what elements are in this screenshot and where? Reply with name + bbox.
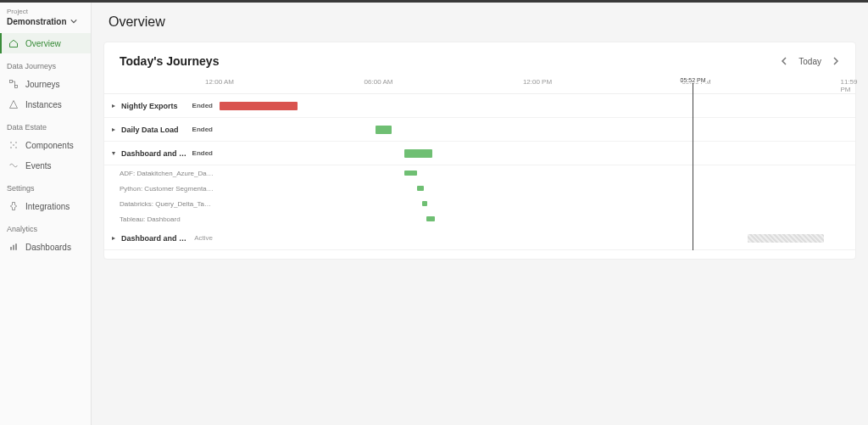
journey-row[interactable]: ADF: Datakitchen_Azure_Data_Facto… [104,165,855,181]
expander-icon[interactable]: ▸ [109,126,118,133]
journey-bar[interactable] [376,126,392,134]
nav-label: Instances [25,100,62,109]
journey-name: Tableau: Dashboard [120,215,214,223]
next-day-button[interactable] [832,57,840,65]
svg-point-2 [10,142,12,143]
svg-point-4 [10,147,12,148]
events-icon [8,160,19,171]
project-name: Demonstration [7,17,67,26]
journey-name: Dashboard and Mode… [121,149,189,158]
nav-dashboards[interactable]: Dashboards [0,237,91,257]
journey-bar[interactable] [404,171,417,176]
page-title: Overview [92,3,868,42]
card-title: Today's Journeys [120,54,219,68]
svg-rect-0 [10,81,13,83]
journey-bar[interactable] [404,149,432,158]
nav-integrations[interactable]: Integrations [0,196,91,216]
instances-icon [8,99,19,109]
svg-point-5 [15,147,17,148]
journey-bar[interactable] [220,102,298,110]
svg-point-3 [15,142,17,143]
expander-icon[interactable]: ▾ [109,149,118,157]
journey-name: ADF: Datakitchen_Azure_Data_Facto… [120,170,214,177]
journey-row[interactable]: Databricks: Query_Delta_Table_Note… [104,196,855,211]
section-analytics: Analytics [0,216,91,237]
nav-journeys[interactable]: Journeys [0,74,91,94]
section-data-journeys: Data Journeys [0,53,91,74]
prev-day-button[interactable] [780,57,788,65]
journey-bar[interactable] [748,234,824,243]
home-icon [8,38,19,48]
date-nav: Today [780,57,840,66]
journey-row[interactable]: Python: Customer Segmentation [104,181,855,196]
caret-down-icon [70,17,77,26]
journey-row[interactable]: Tableau: Dashboard [104,211,855,226]
nav-label: Journeys [25,80,60,89]
tick-label: 12:00 AM [205,78,234,86]
journey-status: Ended [192,126,214,133]
journey-row[interactable]: ▾Dashboard and Mode…Ended [104,142,855,165]
project-selector[interactable]: Demonstration [0,15,91,33]
expander-icon[interactable]: ▸ [109,102,118,109]
journey-rows: ▸Nightly ExportsEnded▸Daily Data LoadEnd… [104,93,855,250]
journey-row[interactable]: ▸Nightly ExportsEnded [104,94,855,118]
nav-label: Events [25,161,52,171]
sidebar: Project Demonstration Overview Data Jour… [0,3,92,425]
now-label: 05:52 PM [679,77,708,83]
tick-label: 06:00 AM [364,78,393,86]
journey-bar[interactable] [426,216,435,221]
svg-rect-1 [15,86,18,88]
main: Overview Today's Journeys Today [92,3,868,425]
journey-name: Daily Data Load [121,126,189,134]
integrations-icon [8,201,19,211]
journey-status: Ended [192,149,214,157]
section-settings: Settings [0,176,91,196]
nav-label: Components [25,141,74,150]
journey-status: Ended [192,102,214,109]
expander-icon[interactable]: ▸ [109,234,118,242]
nav-overview[interactable]: Overview [0,33,91,53]
journeys-icon [8,79,19,89]
journey-name: Databricks: Query_Delta_Table_Note… [120,200,214,208]
tick-label: 11:59 PM [840,78,857,93]
section-data-estate: Data Estate [0,115,91,135]
svg-rect-8 [13,245,14,250]
project-label: Project [0,6,91,15]
journey-row[interactable]: ▸Daily Data LoadEnded [104,118,855,142]
journey-bar[interactable] [422,201,428,206]
svg-point-6 [13,144,14,146]
journey-row[interactable]: ▸Dashboard and Mode…Active [104,226,855,250]
journey-bar[interactable] [417,186,424,191]
journey-name: Python: Customer Segmentation [120,185,214,193]
svg-rect-7 [10,247,12,250]
nav-components[interactable]: Components [0,135,91,155]
nav-label: Overview [25,39,61,48]
nav-label: Integrations [25,202,70,211]
components-icon [8,140,19,150]
date-label: Today [798,57,821,66]
nav-instances[interactable]: Instances [0,94,91,115]
nav-events[interactable]: Events [0,155,91,176]
journey-status: Active [194,234,214,242]
now-marker: 05:52 PM [693,79,693,250]
svg-rect-9 [15,243,17,250]
nav-label: Dashboards [25,243,71,252]
journey-name: Nightly Exports [121,102,189,110]
journey-name: Dashboard and Mode… [121,234,191,243]
dashboards-icon [8,242,19,252]
journeys-card: Today's Journeys Today 12:00 AM [103,42,856,260]
tick-label: 12:00 PM [523,78,552,86]
